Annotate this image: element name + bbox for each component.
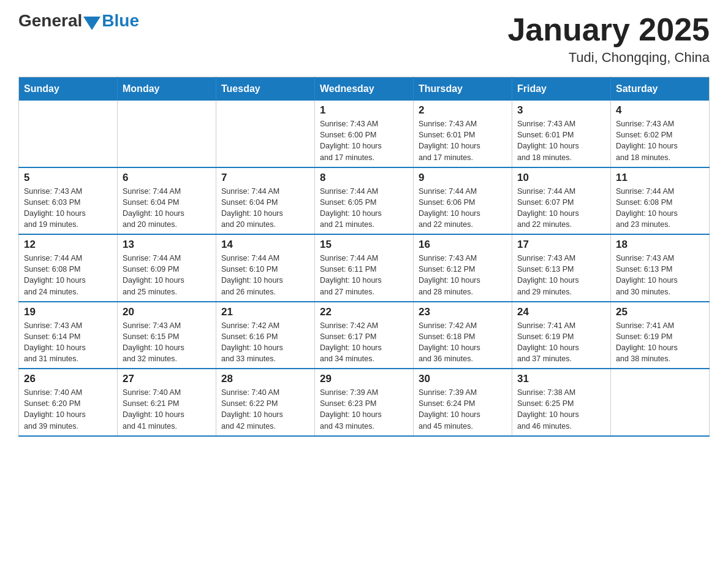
logo-blue: Blue bbox=[102, 12, 139, 29]
day-number: 9 bbox=[419, 172, 507, 184]
day-info: Sunrise: 7:41 AMSunset: 6:19 PMDaylight:… bbox=[517, 320, 605, 365]
calendar-table: SundayMondayTuesdayWednesdayThursdayFrid… bbox=[18, 77, 710, 437]
calendar-day-cell: 15Sunrise: 7:44 AMSunset: 6:11 PMDayligh… bbox=[315, 234, 414, 302]
day-info: Sunrise: 7:44 AMSunset: 6:11 PMDaylight:… bbox=[320, 253, 408, 297]
logo-triangle-icon bbox=[83, 17, 100, 30]
day-number: 4 bbox=[616, 104, 704, 117]
calendar-day-cell bbox=[118, 101, 216, 167]
calendar-day-cell: 18Sunrise: 7:43 AMSunset: 6:13 PMDayligh… bbox=[611, 234, 710, 302]
calendar-day-cell: 21Sunrise: 7:42 AMSunset: 6:16 PMDayligh… bbox=[216, 302, 315, 369]
day-number: 10 bbox=[517, 172, 605, 184]
day-info: Sunrise: 7:40 AMSunset: 6:20 PMDaylight:… bbox=[24, 387, 112, 432]
column-header-monday: Monday bbox=[118, 77, 216, 101]
day-number: 7 bbox=[221, 172, 309, 184]
day-number: 19 bbox=[24, 306, 112, 318]
calendar-day-cell: 26Sunrise: 7:40 AMSunset: 6:20 PMDayligh… bbox=[19, 369, 118, 436]
column-header-friday: Friday bbox=[512, 77, 611, 101]
calendar-day-cell: 13Sunrise: 7:44 AMSunset: 6:09 PMDayligh… bbox=[118, 234, 216, 302]
calendar-day-cell bbox=[216, 101, 315, 167]
day-number: 31 bbox=[517, 373, 605, 385]
day-number: 18 bbox=[616, 239, 704, 251]
day-number: 29 bbox=[320, 373, 408, 385]
logo: General Blue bbox=[18, 12, 139, 29]
day-info: Sunrise: 7:38 AMSunset: 6:25 PMDaylight:… bbox=[517, 387, 605, 432]
day-info: Sunrise: 7:40 AMSunset: 6:21 PMDaylight:… bbox=[123, 387, 211, 432]
calendar-day-cell: 24Sunrise: 7:41 AMSunset: 6:19 PMDayligh… bbox=[512, 302, 611, 369]
day-number: 26 bbox=[24, 373, 112, 385]
calendar-week-row: 5Sunrise: 7:43 AMSunset: 6:03 PMDaylight… bbox=[19, 167, 710, 235]
calendar-title: January 2025 bbox=[507, 12, 710, 47]
calendar-day-cell: 28Sunrise: 7:40 AMSunset: 6:22 PMDayligh… bbox=[216, 369, 315, 436]
day-info: Sunrise: 7:44 AMSunset: 6:08 PMDaylight:… bbox=[24, 253, 112, 297]
day-info: Sunrise: 7:43 AMSunset: 6:01 PMDaylight:… bbox=[419, 118, 507, 163]
calendar-day-cell bbox=[19, 101, 118, 167]
title-area: January 2025 Tudi, Chongqing, China bbox=[507, 12, 710, 66]
day-info: Sunrise: 7:42 AMSunset: 6:17 PMDaylight:… bbox=[320, 320, 408, 365]
day-number: 3 bbox=[517, 104, 605, 117]
calendar-day-cell: 17Sunrise: 7:43 AMSunset: 6:13 PMDayligh… bbox=[512, 234, 611, 302]
calendar-day-cell: 25Sunrise: 7:41 AMSunset: 6:19 PMDayligh… bbox=[611, 302, 710, 369]
calendar-day-cell: 30Sunrise: 7:39 AMSunset: 6:24 PMDayligh… bbox=[414, 369, 512, 436]
day-info: Sunrise: 7:43 AMSunset: 6:03 PMDaylight:… bbox=[24, 186, 112, 231]
day-info: Sunrise: 7:43 AMSunset: 6:13 PMDaylight:… bbox=[517, 253, 605, 297]
day-number: 30 bbox=[419, 373, 507, 385]
day-number: 22 bbox=[320, 306, 408, 318]
day-number: 14 bbox=[221, 239, 309, 251]
column-header-wednesday: Wednesday bbox=[315, 77, 414, 101]
calendar-day-cell: 31Sunrise: 7:38 AMSunset: 6:25 PMDayligh… bbox=[512, 369, 611, 436]
day-number: 17 bbox=[517, 239, 605, 251]
day-number: 15 bbox=[320, 239, 408, 251]
calendar-day-cell: 19Sunrise: 7:43 AMSunset: 6:14 PMDayligh… bbox=[19, 302, 118, 369]
calendar-day-cell: 12Sunrise: 7:44 AMSunset: 6:08 PMDayligh… bbox=[19, 234, 118, 302]
day-info: Sunrise: 7:41 AMSunset: 6:19 PMDaylight:… bbox=[616, 320, 704, 365]
calendar-day-cell: 20Sunrise: 7:43 AMSunset: 6:15 PMDayligh… bbox=[118, 302, 216, 369]
day-info: Sunrise: 7:44 AMSunset: 6:04 PMDaylight:… bbox=[221, 186, 309, 231]
calendar-day-cell: 22Sunrise: 7:42 AMSunset: 6:17 PMDayligh… bbox=[315, 302, 414, 369]
calendar-day-cell bbox=[611, 369, 710, 436]
calendar-subtitle: Tudi, Chongqing, China bbox=[507, 50, 710, 66]
day-info: Sunrise: 7:44 AMSunset: 6:04 PMDaylight:… bbox=[123, 186, 211, 231]
day-info: Sunrise: 7:42 AMSunset: 6:18 PMDaylight:… bbox=[419, 320, 507, 365]
day-number: 21 bbox=[221, 306, 309, 318]
day-number: 6 bbox=[123, 172, 211, 184]
column-header-tuesday: Tuesday bbox=[216, 77, 315, 101]
day-info: Sunrise: 7:43 AMSunset: 6:15 PMDaylight:… bbox=[123, 320, 211, 365]
day-number: 12 bbox=[24, 239, 112, 251]
day-number: 23 bbox=[419, 306, 507, 318]
logo-text: General Blue bbox=[18, 12, 139, 29]
column-header-thursday: Thursday bbox=[414, 77, 512, 101]
calendar-day-cell: 6Sunrise: 7:44 AMSunset: 6:04 PMDaylight… bbox=[118, 167, 216, 235]
calendar-day-cell: 16Sunrise: 7:43 AMSunset: 6:12 PMDayligh… bbox=[414, 234, 512, 302]
logo-general: General bbox=[18, 12, 82, 29]
day-number: 1 bbox=[320, 104, 408, 117]
day-number: 28 bbox=[221, 373, 309, 385]
day-number: 16 bbox=[419, 239, 507, 251]
day-number: 5 bbox=[24, 172, 112, 184]
calendar-day-cell: 11Sunrise: 7:44 AMSunset: 6:08 PMDayligh… bbox=[611, 167, 710, 235]
day-info: Sunrise: 7:43 AMSunset: 6:01 PMDaylight:… bbox=[517, 118, 605, 163]
calendar-day-cell: 1Sunrise: 7:43 AMSunset: 6:00 PMDaylight… bbox=[315, 101, 414, 167]
column-header-sunday: Sunday bbox=[19, 77, 118, 101]
day-info: Sunrise: 7:44 AMSunset: 6:10 PMDaylight:… bbox=[221, 253, 309, 297]
day-info: Sunrise: 7:43 AMSunset: 6:00 PMDaylight:… bbox=[320, 118, 408, 163]
calendar-day-cell: 10Sunrise: 7:44 AMSunset: 6:07 PMDayligh… bbox=[512, 167, 611, 235]
calendar-day-cell: 23Sunrise: 7:42 AMSunset: 6:18 PMDayligh… bbox=[414, 302, 512, 369]
day-info: Sunrise: 7:43 AMSunset: 6:13 PMDaylight:… bbox=[616, 253, 704, 297]
day-info: Sunrise: 7:43 AMSunset: 6:14 PMDaylight:… bbox=[24, 320, 112, 365]
day-number: 20 bbox=[123, 306, 211, 318]
header: General Blue January 2025 Tudi, Chongqin… bbox=[18, 12, 710, 66]
calendar-week-row: 26Sunrise: 7:40 AMSunset: 6:20 PMDayligh… bbox=[19, 369, 710, 436]
calendar-week-row: 12Sunrise: 7:44 AMSunset: 6:08 PMDayligh… bbox=[19, 234, 710, 302]
calendar-day-cell: 29Sunrise: 7:39 AMSunset: 6:23 PMDayligh… bbox=[315, 369, 414, 436]
day-info: Sunrise: 7:44 AMSunset: 6:05 PMDaylight:… bbox=[320, 186, 408, 231]
day-info: Sunrise: 7:44 AMSunset: 6:07 PMDaylight:… bbox=[517, 186, 605, 231]
day-info: Sunrise: 7:43 AMSunset: 6:02 PMDaylight:… bbox=[616, 118, 704, 163]
day-info: Sunrise: 7:39 AMSunset: 6:24 PMDaylight:… bbox=[419, 387, 507, 432]
day-info: Sunrise: 7:40 AMSunset: 6:22 PMDaylight:… bbox=[221, 387, 309, 432]
calendar-day-cell: 3Sunrise: 7:43 AMSunset: 6:01 PMDaylight… bbox=[512, 101, 611, 167]
day-number: 2 bbox=[419, 104, 507, 117]
day-info: Sunrise: 7:43 AMSunset: 6:12 PMDaylight:… bbox=[419, 253, 507, 297]
day-info: Sunrise: 7:44 AMSunset: 6:09 PMDaylight:… bbox=[123, 253, 211, 297]
day-number: 13 bbox=[123, 239, 211, 251]
day-info: Sunrise: 7:42 AMSunset: 6:16 PMDaylight:… bbox=[221, 320, 309, 365]
